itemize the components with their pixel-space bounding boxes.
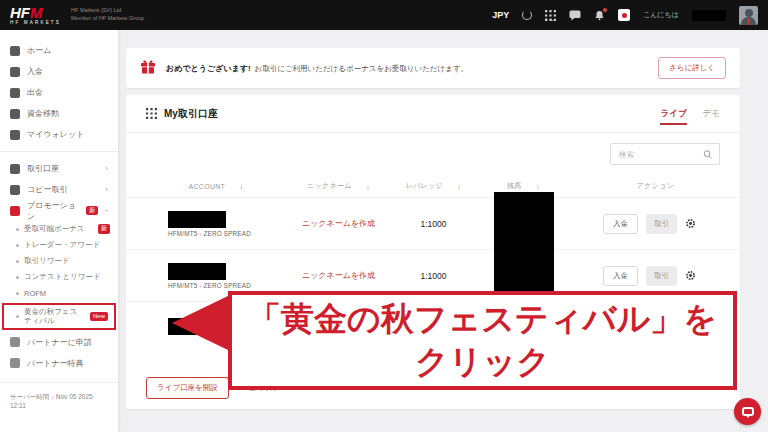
sidebar-item-wallet[interactable]: マイウォレット <box>0 124 118 145</box>
sidebar: ホーム 入金 出金 資金移動 マイウォレット 取引口座 › コピー取引 › <box>0 30 118 432</box>
create-nickname-link[interactable]: ニックネームを作成 <box>302 218 375 229</box>
callout-arrow <box>172 295 230 351</box>
grid-icon <box>146 108 157 119</box>
sort-arrow-icon[interactable]: ↓ <box>536 182 540 191</box>
topbar: HFM HF MARKETS HF Markets (SV) Ltd Membe… <box>0 0 768 30</box>
sidebar-item-promotions[interactable]: プロモーション 新 › <box>0 200 118 221</box>
sidebar-subitem-trading-rewards[interactable]: 取引リワード <box>0 253 118 269</box>
account-tabs: ライブ デモ <box>660 95 720 132</box>
settings-gear-icon[interactable] <box>685 218 696 229</box>
apps-grid-icon[interactable] <box>545 10 556 21</box>
sidebar-item-withdraw[interactable]: 出金 <box>0 82 118 103</box>
search-icon <box>703 149 713 160</box>
sort-arrow-icon[interactable]: ↓ <box>239 182 243 191</box>
sidebar-subitem-available-bonus[interactable]: 受取可能ボーナス 新 <box>0 221 118 237</box>
chat-bubble-icon <box>742 407 754 416</box>
sidebar-item-copy-trading[interactable]: コピー取引 › <box>0 179 118 200</box>
gift-icon <box>140 59 156 78</box>
instruction-callout: 「黄金の秋フェスティバル」を クリック <box>228 291 737 390</box>
sidebar-item-transfer[interactable]: 資金移動 <box>0 103 118 124</box>
chevron-down-icon: › <box>102 209 111 212</box>
sidebar-subitem-rofm[interactable]: ROFM <box>0 285 118 301</box>
hfm-logo[interactable]: HFM HF MARKETS <box>10 5 61 26</box>
sort-arrow-icon[interactable]: ↓ <box>457 182 461 191</box>
account-number-redacted <box>168 263 226 280</box>
logo-text: HFM <box>10 5 61 20</box>
chat-icon[interactable] <box>569 10 581 21</box>
live-chat-button[interactable] <box>734 398 761 425</box>
greeting-label: こんにちは <box>643 10 679 20</box>
settings-gear-icon[interactable] <box>685 270 696 281</box>
sidebar-item-partner-benefits[interactable]: パートナー特典 <box>0 353 118 374</box>
deposit-icon <box>10 67 20 77</box>
company-name: HF Markets (SV) Ltd Member of HF Markets… <box>71 7 144 22</box>
partner-benefits-icon <box>10 358 20 368</box>
server-time: サーバー時間：Nov 05 2025 12:11 <box>0 382 118 409</box>
deposit-button[interactable]: 入金 <box>603 214 638 234</box>
notifications-bell-icon[interactable] <box>594 10 605 21</box>
currency-label[interactable]: JPY <box>492 10 509 20</box>
tab-demo[interactable]: デモ <box>703 95 720 132</box>
gift-icon <box>10 206 20 216</box>
chevron-right-icon: › <box>105 185 108 194</box>
sort-arrow-icon[interactable]: ↓ <box>366 182 370 191</box>
deposit-button[interactable]: 入金 <box>603 266 638 286</box>
accounts-icon <box>10 164 20 174</box>
home-icon <box>10 46 20 56</box>
user-avatar[interactable] <box>739 6 758 25</box>
withdraw-icon <box>10 88 20 98</box>
bullet-icon <box>16 276 19 279</box>
copy-trading-icon <box>10 185 20 195</box>
partner-apply-icon <box>10 337 20 347</box>
refresh-icon[interactable] <box>522 10 532 20</box>
banner-text: おめでとうございます!お取引にご利用いただけるボーナスをお受取りいただけます。 <box>166 63 468 74</box>
bullet-icon <box>16 228 19 231</box>
sidebar-item-home[interactable]: ホーム <box>0 40 118 61</box>
notification-dot <box>602 7 608 13</box>
card-header: My取引口座 ライブ デモ <box>126 95 740 133</box>
trade-button[interactable]: 取引 <box>646 266 677 286</box>
bullet-icon <box>16 244 19 247</box>
sidebar-divider <box>0 151 118 152</box>
bonus-banner: おめでとうございます!お取引にご利用いただけるボーナスをお受取りいただけます。 … <box>126 48 740 88</box>
search-input[interactable] <box>617 149 703 160</box>
username-redacted <box>692 10 726 21</box>
sidebar-item-trading-accounts[interactable]: 取引口座 › <box>0 158 118 179</box>
learn-more-button[interactable]: さらに詳しく <box>658 57 726 79</box>
table-row[interactable]: HFM/MT5 - ZERO SPREAD ニックネームを作成 1:1000 入… <box>126 197 740 249</box>
table-header: ACCOUNT↓ ニックネーム↓ レバレッジ↓ 残高↓ アクション <box>126 175 740 197</box>
new-badge: 新 <box>98 224 110 233</box>
sidebar-item-deposit[interactable]: 入金 <box>0 61 118 82</box>
language-flag-icon[interactable] <box>618 9 630 21</box>
sidebar-item-apply-partner[interactable]: パートナーに申請 <box>0 332 118 353</box>
screen: HFM HF MARKETS HF Markets (SV) Ltd Membe… <box>0 0 768 432</box>
account-number-redacted <box>168 211 226 228</box>
trade-button[interactable]: 取引 <box>646 214 677 234</box>
topbar-actions: JPY こんにちは <box>492 6 758 25</box>
sidebar-subitem-contests-rewards[interactable]: コンテストとリワード <box>0 269 118 285</box>
search-box <box>610 143 720 165</box>
new-badge: New <box>90 312 108 321</box>
sidebar-subitem-trader-award[interactable]: トレーダー・アワード <box>0 237 118 253</box>
create-nickname-link[interactable]: ニックネームを作成 <box>302 270 375 281</box>
chevron-right-icon: › <box>105 164 108 173</box>
bullet-icon <box>16 315 19 318</box>
new-badge: 新 <box>86 206 98 215</box>
open-live-account-button[interactable]: ライブ口座を開設 <box>146 377 229 399</box>
bullet-icon <box>16 260 19 263</box>
sidebar-subitem-golden-autumn-festival[interactable]: 黄金の秋フェスティバル New <box>2 303 116 330</box>
wallet-icon <box>10 130 20 140</box>
transfer-icon <box>10 109 20 119</box>
bullet-icon <box>16 292 19 295</box>
tab-live[interactable]: ライブ <box>660 95 686 132</box>
card-title: My取引口座 <box>146 107 218 121</box>
logo-subtext: HF MARKETS <box>10 21 61 26</box>
